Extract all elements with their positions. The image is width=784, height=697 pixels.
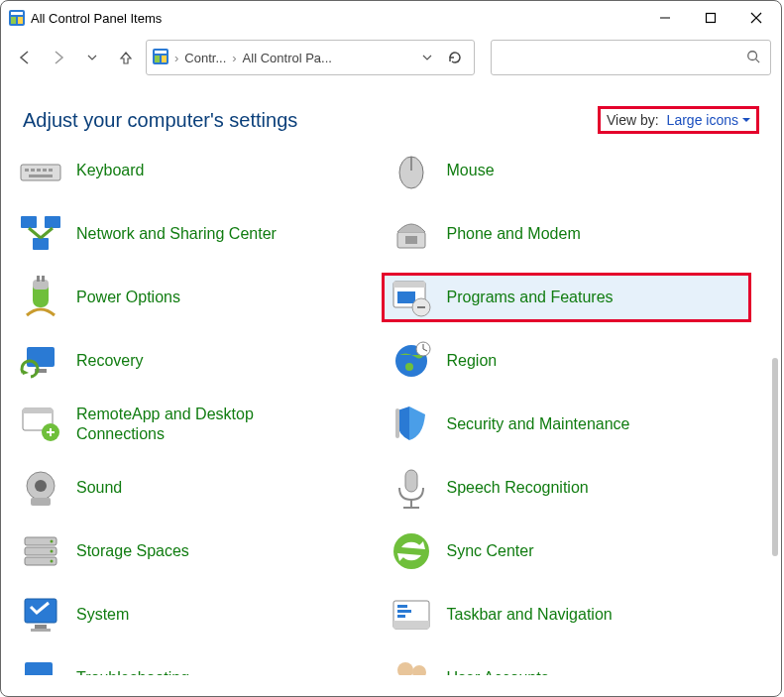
control-panel-icon — [9, 10, 25, 26]
svg-rect-17 — [37, 169, 41, 172]
item-label: Security and Maintenance — [447, 414, 630, 434]
breadcrumb-segment[interactable]: Contr... — [184, 51, 226, 65]
svg-rect-67 — [393, 621, 429, 629]
window-title: All Control Panel Items — [31, 11, 162, 26]
search-icon — [746, 50, 760, 66]
speech-icon — [388, 464, 435, 512]
svg-rect-47 — [23, 408, 53, 413]
svg-rect-11 — [162, 56, 167, 62]
titlebar: All Control Panel Items — [1, 1, 781, 35]
up-button[interactable] — [112, 44, 140, 71]
svg-rect-5 — [707, 14, 716, 23]
svg-rect-53 — [405, 470, 417, 492]
item-programs-features[interactable]: Programs and Features — [382, 273, 752, 322]
user-accounts-icon — [388, 654, 435, 675]
item-label: Phone and Modem — [447, 224, 581, 244]
forward-button[interactable] — [45, 44, 72, 71]
network-icon — [17, 210, 64, 258]
item-label: Region — [447, 351, 498, 371]
view-by-control[interactable]: View by: Large icons — [598, 106, 759, 134]
scrollbar-thumb[interactable] — [772, 358, 778, 556]
control-panel-items-area: Keyboard Mouse Network and Sharing Cente… — [1, 140, 781, 675]
svg-rect-23 — [21, 216, 37, 228]
search-input[interactable] — [491, 40, 771, 75]
window-frame: All Control Panel Items — [0, 0, 782, 697]
system-icon — [17, 591, 64, 639]
svg-rect-65 — [31, 629, 51, 632]
item-keyboard[interactable]: Keyboard — [11, 146, 382, 195]
close-button[interactable] — [733, 3, 779, 33]
svg-rect-71 — [25, 662, 53, 675]
address-dropdown-button[interactable] — [416, 53, 438, 62]
item-troubleshooting[interactable]: Troubleshooting — [11, 653, 382, 675]
svg-rect-20 — [29, 174, 53, 177]
item-security-maintenance[interactable]: Security and Maintenance — [382, 400, 752, 449]
svg-rect-18 — [43, 169, 47, 172]
item-label: User Accounts — [447, 668, 549, 675]
item-storage-spaces[interactable]: Storage Spaces — [11, 526, 382, 576]
svg-rect-16 — [31, 169, 35, 172]
dropdown-icon — [742, 116, 750, 124]
taskbar-icon — [388, 591, 435, 639]
item-region[interactable]: Region — [382, 336, 752, 386]
svg-rect-19 — [49, 169, 53, 172]
crumb-sep-icon: › — [172, 51, 180, 65]
view-by-label: View by: — [607, 112, 659, 128]
svg-point-73 — [397, 662, 413, 675]
svg-point-51 — [35, 480, 47, 492]
svg-point-60 — [51, 550, 54, 553]
item-user-accounts[interactable]: User Accounts — [382, 653, 752, 675]
item-label: RemoteApp and Desktop Connections — [76, 405, 314, 444]
svg-point-12 — [748, 51, 757, 59]
item-sound[interactable]: Sound — [11, 463, 382, 513]
recovery-icon — [17, 337, 64, 385]
item-label: Troubleshooting — [76, 668, 189, 675]
svg-rect-9 — [155, 51, 167, 54]
back-button[interactable] — [11, 44, 39, 71]
item-mouse[interactable]: Mouse — [382, 146, 752, 195]
item-label: Sound — [76, 478, 122, 498]
item-remoteapp[interactable]: RemoteApp and Desktop Connections — [11, 400, 382, 449]
troubleshooting-icon — [17, 654, 64, 675]
item-label: Recovery — [76, 351, 144, 371]
security-icon — [388, 401, 435, 448]
item-label: Network and Sharing Center — [76, 224, 277, 244]
svg-rect-25 — [33, 238, 49, 250]
item-label: System — [76, 605, 129, 625]
svg-line-26 — [29, 228, 41, 238]
svg-rect-24 — [45, 216, 60, 228]
svg-rect-1 — [11, 12, 23, 15]
svg-rect-39 — [27, 347, 55, 367]
svg-rect-68 — [397, 605, 407, 608]
maximize-button[interactable] — [688, 3, 733, 33]
svg-rect-38 — [417, 306, 425, 308]
item-power-options[interactable]: Power Options — [11, 273, 382, 322]
view-by-text: Large icons — [667, 112, 738, 128]
refresh-button[interactable] — [442, 50, 468, 65]
breadcrumb-segment[interactable]: All Control Pa... — [243, 51, 332, 65]
svg-point-62 — [393, 533, 429, 569]
heading-row: Adjust your computer's settings View by:… — [1, 86, 781, 140]
recent-dropdown-button[interactable] — [78, 44, 106, 71]
address-icon — [153, 49, 168, 67]
svg-rect-32 — [37, 276, 40, 282]
minimize-button[interactable] — [642, 3, 688, 33]
svg-rect-64 — [35, 625, 47, 629]
item-sync-center[interactable]: Sync Center — [382, 526, 752, 576]
svg-rect-69 — [397, 610, 411, 613]
svg-rect-3 — [18, 17, 23, 24]
item-recovery[interactable]: Recovery — [11, 336, 382, 386]
svg-rect-35 — [393, 282, 425, 288]
item-phone-modem[interactable]: Phone and Modem — [382, 209, 752, 259]
page-heading: Adjust your computer's settings — [23, 109, 297, 132]
item-label: Mouse — [447, 161, 495, 180]
item-taskbar-navigation[interactable]: Taskbar and Navigation — [382, 590, 752, 639]
item-speech-recognition[interactable]: Speech Recognition — [382, 463, 752, 513]
address-bar[interactable]: › Contr... › All Control Pa... — [146, 40, 475, 75]
svg-point-74 — [412, 665, 426, 675]
item-system[interactable]: System — [11, 590, 382, 639]
scrollbar-track[interactable] — [772, 140, 780, 675]
view-by-value[interactable]: Large icons — [667, 112, 750, 128]
svg-rect-33 — [42, 276, 45, 282]
item-network-sharing[interactable]: Network and Sharing Center — [11, 209, 382, 259]
